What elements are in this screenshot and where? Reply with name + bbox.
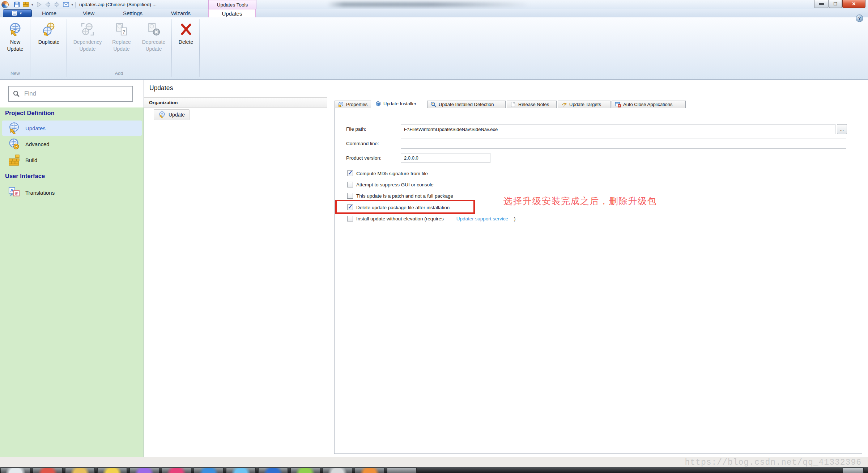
close-button[interactable]: ✕ — [842, 0, 865, 8]
tab-update-targets[interactable]: Update Targets — [558, 101, 610, 108]
sidebar-item-label: Advanced — [25, 141, 50, 147]
divider — [199, 19, 200, 77]
sidebar-item-build[interactable]: Build — [2, 152, 142, 168]
annotation-text: 选择升级安装完成之后，删除升级包 — [503, 195, 657, 207]
run-icon — [35, 1, 42, 8]
ribbon-tab-view[interactable]: View — [77, 9, 101, 17]
command-line-label: Command line: — [346, 141, 400, 146]
quick-access-dropdown-icon[interactable]: ▾ — [72, 3, 73, 7]
taskbar-tray-icon[interactable] — [843, 468, 864, 473]
ribbon-tab-wizards[interactable]: Wizards — [163, 9, 198, 17]
checkbox[interactable] — [347, 193, 353, 199]
replace-update-button: ReplaceUpdate — [107, 19, 136, 73]
checkbox-label: Install update without elevation (requir… — [356, 216, 444, 221]
search-input[interactable] — [24, 90, 128, 98]
taskbar-app-icon[interactable] — [226, 468, 256, 473]
blurred-title-text — [327, 2, 530, 7]
new-update-button[interactable]: NewUpdate — [1, 19, 29, 73]
taskbar-app-icon[interactable] — [97, 468, 127, 473]
application-menu-button[interactable]: ▼ — [3, 9, 32, 17]
status-strip: https://blog.csdn.net/qq_41332396 — [0, 457, 868, 467]
minimize-button[interactable] — [814, 0, 829, 8]
taskbar-app-icon[interactable] — [129, 468, 159, 473]
contextual-tab-updates-tools[interactable]: Updates Tools — [208, 0, 256, 9]
tab-update-installer[interactable]: Update Installer — [372, 99, 426, 109]
tab-auto-close-applications[interactable]: Auto Close Applications — [612, 101, 686, 108]
delete-button[interactable]: Delete — [173, 19, 199, 73]
checkbox-row-md5[interactable]: Compute MD5 signature from file — [347, 169, 428, 177]
checkbox-label: Attempt to suppress GUI or console — [356, 182, 434, 187]
mail-icon[interactable] — [63, 1, 69, 8]
ribbon-tab-home[interactable]: Home — [36, 9, 62, 17]
checkbox[interactable] — [347, 216, 353, 221]
checkbox-row-suppress-gui[interactable]: Attempt to suppress GUI or console — [347, 181, 434, 189]
update-item-icon — [158, 111, 166, 118]
title-bar: ▾ ▾ updates.aip (Chinese (Simplified) ..… — [0, 0, 868, 9]
sidebar-item-updates[interactable]: Updates — [2, 121, 142, 136]
ribbon-group-label-new: New — [0, 71, 30, 76]
file-path-input[interactable] — [401, 124, 835, 134]
properties-icon — [338, 101, 344, 107]
app-icon[interactable] — [1, 1, 9, 8]
ribbon-tab-settings[interactable]: Settings — [116, 9, 150, 17]
delete-icon — [179, 22, 193, 36]
command-line-input[interactable] — [401, 139, 846, 149]
product-version-label: Product version: — [346, 155, 400, 161]
tab-release-notes[interactable]: Release Notes — [507, 101, 557, 108]
checkbox-row-without-elevation[interactable]: Install update without elevation (requir… — [347, 215, 515, 223]
tab-update-installed-detection[interactable]: Update Installed Detection — [427, 101, 506, 108]
taskbar-app-icon[interactable] — [355, 468, 384, 473]
taskbar — [0, 467, 868, 473]
sidebar-item-advanced[interactable]: Advanced — [2, 136, 142, 152]
organization-pane: Updates Organization Update — [144, 80, 327, 457]
new-update-icon — [8, 22, 22, 36]
taskbar-app-icon[interactable] — [387, 468, 417, 473]
deprecate-update-button: DeprecateUpdate — [137, 19, 171, 73]
checkbox-row-patch[interactable]: This update is a patch and not a full pa… — [347, 192, 453, 200]
detail-pane: Properties Update Installer Update Insta… — [327, 80, 868, 457]
find-box[interactable] — [8, 86, 133, 102]
checkbox[interactable] — [347, 170, 353, 176]
taskbar-app-icon[interactable] — [290, 468, 320, 473]
divider — [11, 2, 11, 8]
taskbar-app-icon[interactable] — [323, 468, 352, 473]
product-version-input[interactable] — [401, 153, 490, 163]
sidebar-item-translations[interactable]: Translations — [2, 185, 142, 200]
browse-button[interactable]: ... — [837, 124, 847, 134]
forward-icon — [54, 1, 60, 8]
help-icon[interactable]: ? — [856, 14, 863, 22]
taskbar-app-icon[interactable] — [65, 468, 95, 473]
build-icon[interactable] — [22, 1, 29, 8]
organization-column-header[interactable]: Organization — [144, 97, 327, 107]
build-dropdown-icon[interactable]: ▾ — [31, 3, 33, 7]
ribbon-tab-updates[interactable]: Updates — [208, 9, 256, 17]
taskbar-app-icon[interactable] — [258, 468, 288, 473]
ribbon-tab-row: ▼ Home View Settings Wizards Updates — [0, 9, 868, 17]
taskbar-app-icon[interactable] — [162, 468, 191, 473]
divider — [30, 19, 30, 77]
tab-properties[interactable]: Properties — [335, 101, 371, 108]
tree-item-update[interactable]: Update — [154, 109, 190, 120]
dependency-update-button: DependencyUpdate — [68, 19, 107, 73]
restore-button[interactable]: ❐ — [829, 0, 842, 8]
updater-support-service-link[interactable]: Updater support service — [456, 216, 508, 221]
sidebar-section-project-definition: Project Definition — [5, 110, 55, 117]
tree-item-label: Update — [169, 112, 185, 118]
document-title: updates.aip (Chinese (Simplified) ... — [79, 2, 157, 7]
targets-arrow-icon — [561, 101, 567, 107]
replace-update-icon — [115, 22, 128, 36]
save-icon[interactable] — [13, 1, 20, 8]
back-icon — [44, 1, 51, 8]
taskbar-app-icon[interactable] — [33, 468, 63, 473]
installer-cube-icon — [375, 101, 381, 107]
checkbox[interactable] — [347, 182, 353, 187]
duplicate-button[interactable]: Duplicate — [32, 19, 66, 73]
taskbar-start-icon[interactable] — [1, 468, 30, 473]
checkbox-label-suffix: ) — [514, 216, 516, 221]
sidebar-item-label: Build — [25, 157, 37, 163]
restore-icon: ❐ — [834, 1, 838, 7]
translations-icon — [8, 186, 20, 199]
checkbox-label: This update is a patch and not a full pa… — [356, 193, 453, 199]
taskbar-app-icon[interactable] — [194, 468, 224, 473]
minimize-icon — [819, 3, 824, 5]
